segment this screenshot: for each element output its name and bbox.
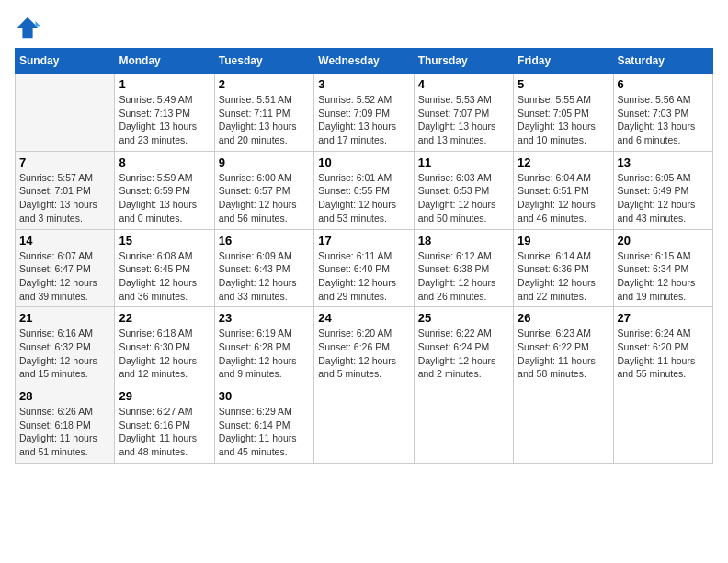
day-info: Sunrise: 6:01 AMSunset: 6:55 PMDaylight:… [318,171,409,225]
calendar-week-row: 7Sunrise: 5:57 AMSunset: 7:01 PMDaylight… [16,151,713,229]
calendar-cell: 19Sunrise: 6:14 AMSunset: 6:36 PMDayligh… [514,229,613,307]
day-info: Sunrise: 5:56 AMSunset: 7:03 PMDaylight:… [618,93,709,147]
day-info: Sunrise: 5:55 AMSunset: 7:05 PMDaylight:… [518,93,609,147]
day-info: Sunrise: 5:53 AMSunset: 7:07 PMDaylight:… [418,93,509,147]
day-number: 11 [418,155,509,169]
day-number: 6 [618,77,709,91]
column-header-monday: Monday [115,49,214,74]
day-info: Sunrise: 6:23 AMSunset: 6:22 PMDaylight:… [518,327,609,381]
calendar-cell: 6Sunrise: 5:56 AMSunset: 7:03 PMDaylight… [613,74,712,152]
calendar-cell: 26Sunrise: 6:23 AMSunset: 6:22 PMDayligh… [514,307,613,385]
day-number: 30 [219,389,310,403]
day-number: 27 [618,311,709,325]
calendar-cell [514,385,613,464]
day-number: 12 [518,155,609,169]
calendar-week-row: 1Sunrise: 5:49 AMSunset: 7:13 PMDaylight… [16,74,713,152]
day-number: 14 [19,234,110,247]
day-info: Sunrise: 6:00 AMSunset: 6:57 PMDaylight:… [219,171,310,225]
calendar-week-row: 28Sunrise: 6:26 AMSunset: 6:18 PMDayligh… [16,385,713,464]
calendar-cell: 27Sunrise: 6:24 AMSunset: 6:20 PMDayligh… [613,307,712,385]
day-number: 18 [418,234,509,247]
day-info: Sunrise: 5:57 AMSunset: 7:01 PMDaylight:… [19,171,110,225]
calendar-cell [414,385,513,464]
day-number: 8 [119,155,210,169]
day-info: Sunrise: 5:52 AMSunset: 7:09 PMDaylight:… [318,93,409,147]
day-number: 25 [418,311,509,325]
calendar-cell: 23Sunrise: 6:19 AMSunset: 6:28 PMDayligh… [214,307,313,385]
calendar-table: SundayMondayTuesdayWednesdayThursdayFrid… [15,48,713,464]
day-info: Sunrise: 6:19 AMSunset: 6:28 PMDaylight:… [219,327,310,381]
calendar-cell: 9Sunrise: 6:00 AMSunset: 6:57 PMDaylight… [214,151,313,229]
calendar-cell: 5Sunrise: 5:55 AMSunset: 7:05 PMDaylight… [514,74,613,152]
day-info: Sunrise: 6:26 AMSunset: 6:18 PMDaylight:… [19,405,110,459]
day-info: Sunrise: 6:29 AMSunset: 6:14 PMDaylight:… [219,405,310,459]
day-number: 10 [318,155,409,169]
column-header-sunday: Sunday [16,49,115,74]
day-number: 4 [418,77,509,91]
day-number: 22 [119,311,210,325]
calendar-cell: 17Sunrise: 6:11 AMSunset: 6:40 PMDayligh… [314,229,414,307]
day-number: 9 [219,155,310,169]
column-header-friday: Friday [514,49,613,74]
day-info: Sunrise: 6:27 AMSunset: 6:16 PMDaylight:… [119,405,210,459]
day-number: 2 [219,77,310,91]
day-info: Sunrise: 6:14 AMSunset: 6:36 PMDaylight:… [518,249,609,304]
day-number: 23 [219,311,310,325]
day-number: 28 [19,389,110,403]
day-number: 17 [318,234,409,247]
calendar-cell: 29Sunrise: 6:27 AMSunset: 6:16 PMDayligh… [115,385,214,464]
day-info: Sunrise: 6:07 AMSunset: 6:47 PMDaylight:… [19,249,110,304]
day-info: Sunrise: 6:11 AMSunset: 6:40 PMDaylight:… [318,249,409,304]
day-number: 1 [119,77,210,91]
day-info: Sunrise: 5:49 AMSunset: 7:13 PMDaylight:… [119,93,210,147]
day-info: Sunrise: 6:12 AMSunset: 6:38 PMDaylight:… [418,249,509,304]
day-number: 3 [318,77,409,91]
calendar-week-row: 21Sunrise: 6:16 AMSunset: 6:32 PMDayligh… [16,307,713,385]
calendar-cell: 15Sunrise: 6:08 AMSunset: 6:45 PMDayligh… [115,229,214,307]
day-info: Sunrise: 6:08 AMSunset: 6:45 PMDaylight:… [119,249,210,304]
column-header-wednesday: Wednesday [314,49,414,74]
day-info: Sunrise: 6:05 AMSunset: 6:49 PMDaylight:… [618,171,709,225]
calendar-header-row: SundayMondayTuesdayWednesdayThursdayFrid… [16,49,713,74]
calendar-cell: 18Sunrise: 6:12 AMSunset: 6:38 PMDayligh… [414,229,513,307]
calendar-cell: 7Sunrise: 5:57 AMSunset: 7:01 PMDaylight… [16,151,115,229]
calendar-cell [613,385,712,464]
day-number: 19 [518,234,609,247]
calendar-cell: 21Sunrise: 6:16 AMSunset: 6:32 PMDayligh… [16,307,115,385]
calendar-cell: 8Sunrise: 5:59 AMSunset: 6:59 PMDaylight… [115,151,214,229]
day-info: Sunrise: 6:16 AMSunset: 6:32 PMDaylight:… [19,327,110,381]
calendar-cell: 20Sunrise: 6:15 AMSunset: 6:34 PMDayligh… [613,229,712,307]
day-number: 20 [618,234,709,247]
day-number: 13 [618,155,709,169]
calendar-cell: 16Sunrise: 6:09 AMSunset: 6:43 PMDayligh… [214,229,313,307]
calendar-cell: 14Sunrise: 6:07 AMSunset: 6:47 PMDayligh… [16,229,115,307]
calendar-cell [314,385,414,464]
day-info: Sunrise: 6:04 AMSunset: 6:51 PMDaylight:… [518,171,609,225]
day-info: Sunrise: 6:20 AMSunset: 6:26 PMDaylight:… [318,327,409,381]
calendar-cell: 24Sunrise: 6:20 AMSunset: 6:26 PMDayligh… [314,307,414,385]
calendar-week-row: 14Sunrise: 6:07 AMSunset: 6:47 PMDayligh… [16,229,713,307]
day-number: 16 [219,234,310,247]
calendar-cell: 22Sunrise: 6:18 AMSunset: 6:30 PMDayligh… [115,307,214,385]
day-info: Sunrise: 6:15 AMSunset: 6:34 PMDaylight:… [618,249,709,304]
calendar-cell: 10Sunrise: 6:01 AMSunset: 6:55 PMDayligh… [314,151,414,229]
calendar-cell: 3Sunrise: 5:52 AMSunset: 7:09 PMDaylight… [314,74,414,152]
column-header-saturday: Saturday [613,49,712,74]
calendar-cell: 2Sunrise: 5:51 AMSunset: 7:11 PMDaylight… [214,74,313,152]
calendar-cell: 11Sunrise: 6:03 AMSunset: 6:53 PMDayligh… [414,151,513,229]
logo-icon [15,15,40,40]
logo [15,15,44,40]
calendar-cell: 30Sunrise: 6:29 AMSunset: 6:14 PMDayligh… [214,385,313,464]
calendar-cell [16,74,115,152]
day-number: 26 [518,311,609,325]
day-number: 7 [19,155,110,169]
day-number: 24 [318,311,409,325]
day-number: 15 [119,234,210,247]
day-info: Sunrise: 6:22 AMSunset: 6:24 PMDaylight:… [418,327,509,381]
column-header-tuesday: Tuesday [214,49,313,74]
calendar-cell: 13Sunrise: 6:05 AMSunset: 6:49 PMDayligh… [613,151,712,229]
day-info: Sunrise: 6:24 AMSunset: 6:20 PMDaylight:… [618,327,709,381]
day-number: 21 [19,311,110,325]
column-header-thursday: Thursday [414,49,513,74]
day-info: Sunrise: 6:09 AMSunset: 6:43 PMDaylight:… [219,249,310,304]
